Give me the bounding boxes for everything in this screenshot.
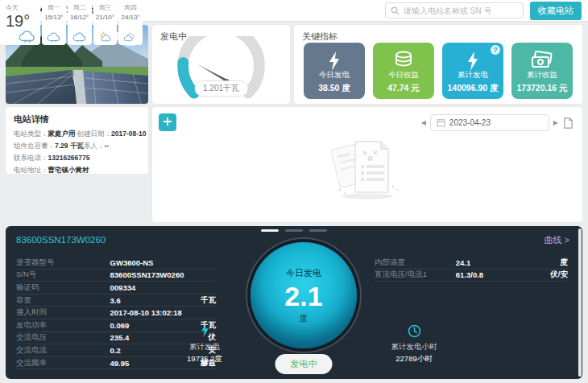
- total-generation-block: 累计发电 19735.2度: [168, 323, 241, 364]
- inverter-panel: 83600SSN173W0260 曲线 > 逆变器型号GW3600-NS S/N…: [6, 226, 582, 379]
- weather-wed: 周三 21/10°: [93, 0, 118, 45]
- weather-today: 今天 19°: [0, 0, 40, 45]
- inverter-carousel-indicator[interactable]: [261, 229, 327, 232]
- export-icon[interactable]: [562, 117, 574, 130]
- cloud-icon: [47, 31, 61, 43]
- power-gauge-card: 发电中 1.201千瓦: [152, 25, 290, 104]
- kpi-label: 累计收益: [527, 70, 557, 80]
- chart-panel: ◀ 2023-04-23 ▶: [152, 107, 582, 222]
- details-title: 电站详情: [14, 113, 140, 126]
- cash-icon: [530, 51, 554, 70]
- total-hours-block: 累计发电小时 22789小时: [378, 324, 450, 364]
- clock-icon: [408, 324, 421, 338]
- carousel-dash[interactable]: [309, 229, 327, 232]
- kpi-value: 38.50 度: [318, 83, 350, 94]
- kpi-value: 140096.90 度: [447, 83, 498, 94]
- calendar-icon: [437, 118, 445, 127]
- current-power-value: 1.201千瓦: [194, 80, 248, 97]
- help-icon[interactable]: ?: [491, 45, 500, 55]
- kpi-value: 47.74 元: [387, 83, 420, 94]
- station-details-card: 电站详情 电站类型：家庭户用 创建日期：2017-08-10 组件总容量：7.2…: [6, 107, 148, 174]
- next-day-arrow-icon[interactable]: ▶: [553, 119, 558, 126]
- plus-icon: [163, 117, 172, 126]
- prev-day-arrow-icon[interactable]: ◀: [421, 119, 426, 126]
- detail-address: 电站地址：曹宅镇小黄村: [14, 166, 140, 175]
- table-row: 内部温度24.1度: [375, 257, 568, 270]
- table-row: 容量3.6千瓦: [16, 294, 216, 307]
- inverter-measurements-table: 内部温度24.1度 直流电压/电流161.3/0.8伏/安: [375, 257, 568, 282]
- curve-link[interactable]: 曲线 >: [545, 234, 569, 246]
- carousel-dash[interactable]: [285, 229, 303, 232]
- key-indicators-card: 关键指标 今日发电 38.50 度 今日收益 47.74 元 ? 累计发电 14…: [294, 25, 582, 104]
- kpi-title: 关键指标: [302, 31, 337, 43]
- detail-contact: 联系人：--: [77, 142, 141, 151]
- inverter-sn-tab[interactable]: 83600SSN173W0260: [16, 235, 106, 245]
- table-row: S/N号83600SSN173W0260: [16, 270, 216, 282]
- selected-date: 2023-04-23: [449, 118, 491, 127]
- coins-icon: [392, 51, 415, 70]
- detail-phone: 联系电话：13216266775: [14, 154, 140, 163]
- table-row: 直流电压/电流161.3/0.8伏/安: [375, 270, 568, 282]
- daily-generation-gauge: 今日发电 2.1 度 累计发电 19735.2度 累计发电小时 22789小时 …: [231, 242, 376, 376]
- gauge-unit: 度: [300, 313, 308, 324]
- station-search[interactable]: [385, 2, 524, 19]
- add-chart-button[interactable]: [159, 113, 176, 131]
- table-row: 验证码009334: [16, 282, 216, 294]
- table-row: 逆变器型号GW3600-NS: [16, 257, 216, 270]
- table-row: 接入时间2017-08-10 13:02:18: [16, 307, 216, 319]
- detail-station-type: 电站类型：家庭户用: [14, 130, 77, 139]
- generating-status-button[interactable]: 发电中: [275, 354, 333, 374]
- lightning-icon: [466, 51, 480, 72]
- favorite-station-button[interactable]: 收藏电站: [530, 2, 582, 20]
- empty-data-illustration: [319, 132, 416, 206]
- lightning-icon: [327, 51, 342, 72]
- kpi-total-generation[interactable]: ? 累计发电 140096.90 度: [442, 43, 503, 99]
- lightning-icon: [200, 323, 210, 338]
- cloud-icon: [19, 30, 36, 43]
- cloud-icon: [72, 31, 87, 43]
- kpi-today-generation[interactable]: 今日发电 38.50 度: [304, 43, 365, 99]
- weather-tue: 周二 16/12°: [68, 0, 92, 45]
- kpi-today-income[interactable]: 今日收益 47.74 元: [373, 43, 434, 99]
- search-input[interactable]: [404, 6, 518, 15]
- weather-strip: 今天 19° 周一 15/13° 周二 16/12° 周三 21/10° 周四 …: [0, 0, 143, 45]
- kpi-label: 今日收益: [388, 70, 419, 80]
- search-icon: [391, 6, 400, 15]
- weather-thu: 周四 24/13°: [118, 0, 143, 45]
- kpi-value: 173720.16 元: [516, 83, 567, 94]
- gauge-value: 2.1: [284, 281, 322, 311]
- carousel-dash[interactable]: [261, 229, 279, 232]
- detail-create-date: 创建日期：2017-08-10: [77, 130, 141, 139]
- gauge-label: 今日发电: [286, 267, 321, 279]
- cloudy-icon: [123, 32, 138, 43]
- kpi-total-income[interactable]: 累计收益 173720.16 元: [511, 43, 573, 99]
- date-picker[interactable]: 2023-04-23: [430, 114, 549, 131]
- generation-circle: 今日发电 2.1 度: [251, 242, 357, 348]
- sun-cloud-icon: [97, 31, 112, 43]
- detail-capacity: 组件总容量：7.29 千瓦: [14, 142, 77, 151]
- weather-mon: 周一 15/13°: [42, 0, 66, 45]
- panel-scrollbar[interactable]: [578, 229, 582, 377]
